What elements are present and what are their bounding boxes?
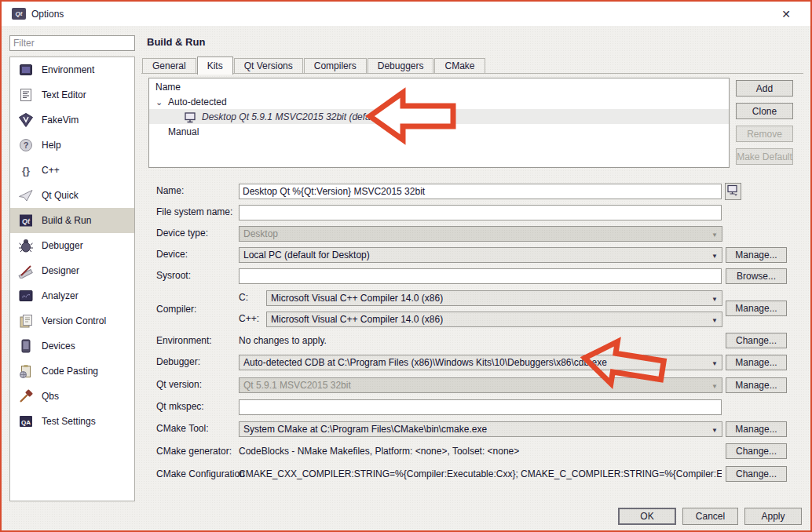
device-icon (17, 338, 35, 354)
sidebar-item-label: Analyzer (42, 290, 79, 301)
chevron-down-icon: ▼ (711, 360, 718, 367)
sidebar-item-qbs[interactable]: Qbs (10, 384, 134, 409)
device-manage-button[interactable]: Manage... (726, 247, 787, 263)
cmake-generator-label: CMake generator: (156, 444, 232, 459)
tab-kits[interactable]: Kits (197, 56, 233, 75)
device-type-value: Desktop (243, 228, 278, 239)
environment-value: No changes to apply. (239, 333, 710, 348)
device-value: Local PC (default for Desktop) (243, 250, 370, 261)
qt-mkspec-input[interactable] (239, 399, 722, 415)
compiler-c-combo[interactable]: Microsoft Visual C++ Compiler 14.0 (x86)… (266, 290, 722, 306)
chevron-down-icon: ▼ (711, 253, 718, 260)
tree-row-selected-kit[interactable]: Desktop Qt 5.9.1 MSVC2015 32bit (default… (149, 109, 729, 124)
apply-button[interactable]: Apply (744, 508, 802, 525)
paper-plane-icon (17, 188, 35, 203)
add-button[interactable]: Add (736, 80, 793, 97)
compiler-label: Compiler: (156, 302, 196, 317)
debugger-combo[interactable]: Auto-detected CDB at C:\Program Files (x… (239, 355, 722, 370)
sidebar-item-debugger[interactable]: Debugger (10, 233, 134, 258)
hammer-icon (17, 388, 35, 404)
sidebar-item-text-editor[interactable]: Text Editor (10, 82, 134, 107)
cmake-configuration-value: CMAKE_CXX_COMPILER:STRING=%{Compiler:Exe… (239, 467, 722, 482)
qt-creator-icon: Qt (12, 8, 26, 20)
close-button[interactable]: ✕ (774, 5, 798, 24)
chevron-down-icon[interactable]: ⌄ (155, 98, 163, 106)
sidebar-item-build-and-run[interactable]: Qt Build & Run (10, 208, 134, 233)
sidebar-item-cpp[interactable]: {} C++ (10, 158, 134, 183)
sidebar-item-help[interactable]: ? Help (10, 133, 134, 158)
file-system-name-input[interactable] (239, 205, 722, 220)
build-run-qt-icon: Qt (17, 213, 35, 228)
analyzer-screen-icon (17, 288, 35, 304)
compiler-cpp-value: Microsoft Visual C++ Compiler 14.0 (x86) (271, 314, 443, 325)
qa-badge-icon: QA (17, 414, 35, 429)
compiler-cpp-combo[interactable]: Microsoft Visual C++ Compiler 14.0 (x86)… (266, 312, 722, 327)
debugger-label: Debugger: (156, 355, 200, 370)
compiler-c-value: Microsoft Visual C++ Compiler 14.0 (x86) (271, 293, 443, 304)
kit-icon-selector-button[interactable] (725, 183, 741, 200)
cmake-tool-combo[interactable]: System CMake at C:\Program Files\CMake\b… (239, 421, 722, 437)
sysroot-input[interactable] (239, 268, 722, 284)
sidebar-item-environment[interactable]: Environment (10, 57, 134, 82)
cmake-configuration-change-button[interactable]: Change... (726, 466, 787, 482)
sidebar-item-devices[interactable]: Devices (10, 333, 134, 359)
text-editor-icon (17, 87, 35, 103)
environment-change-button[interactable]: Change... (726, 333, 787, 348)
tree-group-auto-detected[interactable]: ⌄ Auto-detected (149, 94, 729, 109)
tab-cmake[interactable]: CMake (434, 58, 485, 74)
clipboard-globe-icon (17, 363, 35, 379)
cpp-braces-icon: {} (17, 162, 35, 178)
sidebar-item-analyzer[interactable]: Analyzer (10, 283, 134, 308)
tab-compilers[interactable]: Compilers (304, 58, 367, 74)
device-combo[interactable]: Local PC (default for Desktop) ▼ (239, 247, 722, 263)
tab-general[interactable]: General (142, 58, 196, 74)
chevron-down-icon: ▼ (711, 317, 718, 324)
filter-input[interactable] (9, 35, 135, 51)
help-icon: ? (17, 137, 35, 153)
cmake-generator-value: CodeBlocks - NMake Makefiles, Platform: … (239, 444, 722, 459)
qt-version-manage-button[interactable]: Manage... (726, 377, 787, 393)
sidebar-item-code-pasting[interactable]: Code Pasting (10, 359, 134, 384)
sidebar-item-label: Text Editor (42, 89, 86, 100)
sidebar-item-fakevim[interactable]: FakeVim (10, 107, 134, 133)
debugger-manage-button[interactable]: Manage... (726, 355, 787, 370)
sidebar-item-test-settings[interactable]: QA Test Settings (10, 409, 134, 434)
sidebar-item-qt-quick[interactable]: Qt Quick (10, 183, 134, 208)
sidebar-item-label: Test Settings (42, 416, 96, 427)
tab-qt-versions[interactable]: Qt Versions (234, 58, 303, 74)
compiler-manage-button[interactable]: Manage... (726, 301, 787, 316)
sidebar-item-version-control[interactable]: Version Control (10, 308, 134, 333)
sidebar-item-label: Version Control (42, 315, 106, 326)
clone-button[interactable]: Clone (736, 103, 793, 119)
sidebar-item-designer[interactable]: Designer (10, 258, 134, 283)
tab-bar: General Kits Qt Versions Compilers Debug… (142, 56, 486, 74)
cmake-tool-manage-button[interactable]: Manage... (726, 421, 787, 437)
sidebar-item-label: Debugger (42, 240, 83, 251)
chevron-down-icon: ▼ (711, 383, 718, 390)
page-title: Build & Run (147, 36, 205, 48)
ok-button[interactable]: OK (618, 508, 676, 525)
titlebar: Qt Options ✕ (2, 2, 810, 26)
make-default-button[interactable]: Make Default (736, 148, 793, 165)
tree-group-manual[interactable]: Manual (149, 124, 729, 139)
sidebar-item-label: Code Pasting (42, 366, 98, 377)
file-system-name-label: File system name: (156, 205, 232, 220)
sidebar-item-label: Devices (42, 341, 75, 352)
qt-version-combo: Qt 5.9.1 MSVC2015 32bit ▼ (239, 377, 722, 393)
device-label: Device: (156, 247, 188, 262)
kit-name-input[interactable] (239, 184, 722, 199)
chevron-down-icon: ▼ (711, 427, 718, 434)
chevron-down-icon: ▼ (711, 296, 718, 303)
kit-name-label: Desktop Qt 5.9.1 MSVC2015 32bit (default… (202, 111, 383, 122)
cmake-generator-change-button[interactable]: Change... (726, 443, 787, 459)
cancel-button[interactable]: Cancel (682, 508, 738, 525)
compiler-c-label: C: (239, 290, 248, 305)
sidebar-item-label: Help (42, 140, 61, 151)
cmake-configuration-label: CMake Configuration (156, 467, 245, 482)
sysroot-browse-button[interactable]: Browse... (726, 268, 787, 284)
options-dialog: Qt Options ✕ Environment Text Editor Fak… (0, 0, 812, 532)
tree-group-label: Manual (168, 126, 199, 137)
remove-button[interactable]: Remove (736, 126, 793, 142)
name-label: Name: (156, 184, 184, 199)
tab-debuggers[interactable]: Debuggers (368, 58, 434, 74)
